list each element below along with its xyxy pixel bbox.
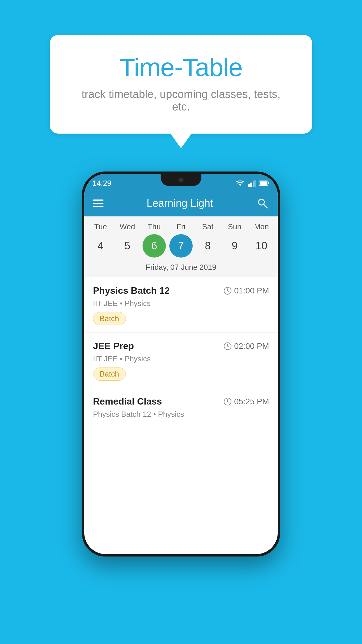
day-5[interactable]: 5 xyxy=(116,234,139,258)
signal-icon xyxy=(248,180,256,187)
day-4[interactable]: 4 xyxy=(89,234,112,258)
selected-date-label: Friday, 07 June 2019 xyxy=(84,260,278,277)
schedule-title-3: Remedial Class xyxy=(93,396,162,407)
menu-line-2 xyxy=(93,203,103,204)
calendar-strip: Tue Wed Thu Fri Sat Sun Mon 4 5 6 7 8 9 … xyxy=(84,216,278,277)
phone-wrapper: 14:29 xyxy=(0,172,362,556)
day-6-today[interactable]: 6 xyxy=(143,234,166,258)
schedule-subtitle-1: IIT JEE • Physics xyxy=(93,299,269,308)
hero-section: Time-Table track timetable, upcoming cla… xyxy=(0,0,362,134)
schedule-time-text-3: 05:25 PM xyxy=(234,397,269,406)
schedule-title-2: JEE Prep xyxy=(93,341,134,351)
schedule-item-2[interactable]: JEE Prep 02:00 PM IIT JEE • Physics Batc… xyxy=(84,332,278,388)
phone-device: 14:29 xyxy=(82,172,280,556)
schedule-time-1: 01:00 PM xyxy=(224,286,269,295)
schedule-time-text-1: 01:00 PM xyxy=(234,286,269,295)
day-numbers: 4 5 6 7 8 9 10 xyxy=(84,234,278,258)
menu-button[interactable] xyxy=(93,200,103,207)
day-header-thu: Thu xyxy=(143,222,166,231)
day-header-wed: Wed xyxy=(116,222,139,231)
schedule-item-1[interactable]: Physics Batch 12 01:00 PM IIT JEE • Phys… xyxy=(84,277,278,332)
schedule-item-3[interactable]: Remedial Class 05:25 PM Physics Batch 12… xyxy=(84,388,278,430)
svg-marker-0 xyxy=(239,184,242,186)
status-icons xyxy=(235,180,270,187)
svg-rect-4 xyxy=(254,180,256,187)
svg-rect-7 xyxy=(260,181,267,185)
menu-line-3 xyxy=(93,206,103,207)
app-bar: Learning Light xyxy=(84,190,278,216)
search-icon[interactable] xyxy=(256,197,269,210)
svg-rect-2 xyxy=(250,183,252,187)
phone-screen: 14:29 xyxy=(84,174,278,554)
day-header-sun: Sun xyxy=(223,222,246,231)
schedule-header-1: Physics Batch 12 01:00 PM xyxy=(93,285,269,296)
svg-rect-6 xyxy=(268,182,269,184)
phone-notch xyxy=(161,174,201,186)
svg-line-15 xyxy=(228,346,229,347)
hero-card: Time-Table track timetable, upcoming cla… xyxy=(50,35,312,134)
schedule-list: Physics Batch 12 01:00 PM IIT JEE • Phys… xyxy=(84,277,278,430)
day-10[interactable]: 10 xyxy=(250,234,273,258)
day-8[interactable]: 8 xyxy=(196,234,219,258)
svg-line-9 xyxy=(264,204,267,208)
clock-icon-2 xyxy=(224,342,232,350)
status-time: 14:29 xyxy=(92,179,111,188)
schedule-header-3: Remedial Class 05:25 PM xyxy=(93,396,269,407)
svg-line-18 xyxy=(228,402,229,402)
schedule-header-2: JEE Prep 02:00 PM xyxy=(93,341,269,351)
hero-title: Time-Table xyxy=(73,52,289,82)
batch-tag-1: Batch xyxy=(93,312,126,325)
svg-line-12 xyxy=(228,291,229,292)
day-header-tue: Tue xyxy=(89,222,112,231)
day-header-mon: Mon xyxy=(250,222,273,231)
schedule-subtitle-3: Physics Batch 12 • Physics xyxy=(93,410,269,419)
front-camera xyxy=(178,177,184,183)
hero-subtitle: track timetable, upcoming classes, tests… xyxy=(73,88,289,113)
day-header-sat: Sat xyxy=(196,222,219,231)
svg-rect-1 xyxy=(248,184,250,187)
schedule-subtitle-2: IIT JEE • Physics xyxy=(93,354,269,363)
clock-icon-3 xyxy=(224,398,232,406)
batch-tag-2: Batch xyxy=(93,368,126,381)
wifi-icon xyxy=(235,180,245,187)
schedule-time-3: 05:25 PM xyxy=(224,397,269,406)
clock-icon-1 xyxy=(224,287,232,295)
schedule-time-2: 02:00 PM xyxy=(224,342,269,351)
day-header-fri: Fri xyxy=(169,222,193,231)
day-headers: Tue Wed Thu Fri Sat Sun Mon xyxy=(84,222,278,231)
battery-icon xyxy=(259,180,270,186)
schedule-title-1: Physics Batch 12 xyxy=(93,285,170,296)
menu-line-1 xyxy=(93,200,103,201)
schedule-time-text-2: 02:00 PM xyxy=(234,342,269,351)
day-7-selected[interactable]: 7 xyxy=(169,234,193,258)
app-title: Learning Light xyxy=(147,197,213,209)
svg-rect-3 xyxy=(253,181,254,187)
day-9[interactable]: 9 xyxy=(223,234,246,258)
